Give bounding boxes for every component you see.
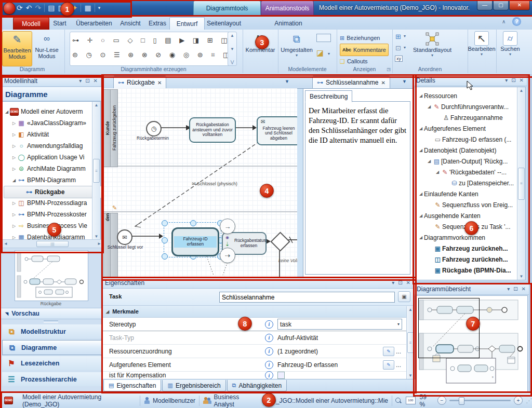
task-fahrzeug-leeren[interactable]: ✉ Fahrzeug leeren und Schlüssel abgeben <box>257 116 297 145</box>
more-button[interactable]: ... <box>396 361 401 369</box>
details-item-daten-output[interactable]: ◢ ▤ [Daten-Output] 'Rückg... <box>415 156 522 167</box>
tab-schluesselannahme[interactable]: ⊶ Schlüsselannahme ✕ <box>312 76 390 89</box>
report-icon[interactable]: ▦ <box>84 4 91 11</box>
scroll-down-icon[interactable]: ▼ <box>95 234 99 239</box>
selection-handle[interactable] <box>162 237 168 243</box>
selection-handle[interactable] <box>190 220 196 226</box>
details-vertical-scrollbar[interactable]: ▲ ≡ ▼ <box>517 87 525 280</box>
scrollbar-thumb[interactable]: |||| <box>36 241 69 247</box>
palette-more-icon[interactable]: ⋁ <box>231 60 234 64</box>
paint-dropdown-icon[interactable]: ▾ <box>328 51 330 56</box>
shape-palette-row-2[interactable]: ⊜ ◷ ⊙ ☰ ⊛ ⊗ ⊘ ◉ ◎ ⊚ ⌗ ◫ ▭ <box>72 48 228 62</box>
status-selection-path[interactable]: mo_JGO::Modell einer Autovermietung::Mie… <box>267 397 388 404</box>
info-icon[interactable]: i <box>265 334 273 342</box>
contexttab-diagrammtools[interactable]: Diagrammtools <box>193 1 261 16</box>
info-icon[interactable]: i <box>265 371 273 379</box>
beziehungen-toggle[interactable]: ⊞ Beziehungen <box>340 32 380 44</box>
umgestalten-button[interactable]: ⧉ Umgestalten ▾ <box>282 31 311 65</box>
properties-vertical-scrollbar[interactable]: ▲ ≡ ▼ <box>406 306 414 379</box>
tab-seitenlayout[interactable]: Seitenlayout <box>202 17 246 30</box>
dialog-launcher-icon[interactable]: ◳ <box>387 67 391 72</box>
minimize-button[interactable]: — <box>477 0 493 10</box>
task-rueckgabestation[interactable]: Rückgabestation ansteuern und zuvor voll… <box>189 117 236 143</box>
status-user[interactable]: Modellbenutzer <box>153 397 195 404</box>
scroll-left-icon[interactable]: ◄ <box>4 241 8 246</box>
palette-scroll-up-icon[interactable]: ▲ <box>230 33 234 38</box>
info-icon[interactable]: i <box>265 347 273 356</box>
pin-icon[interactable]: ⊡ <box>511 77 515 83</box>
zoom-track[interactable] <box>449 400 511 401</box>
tree-horizontal-scrollbar[interactable]: ◄ |||| ► <box>2 239 103 248</box>
details-item-fahrzeug-zurueckneh-2[interactable]: ◫ Fahrzeug zurückneh... <box>415 254 529 265</box>
nur-lese-modus-button[interactable]: ∞ Nur-Lese Modus <box>32 31 61 65</box>
panel-close-icon[interactable]: ✕ <box>522 286 526 292</box>
tab-close-icon[interactable]: ✕ <box>157 80 162 86</box>
sync-icon[interactable]: ⟳ <box>17 4 23 11</box>
scroll-down-icon[interactable]: ▼ <box>520 274 524 279</box>
expander-icon[interactable]: ▷ <box>11 155 17 160</box>
tab-extras[interactable]: Extras <box>143 17 171 30</box>
expander-icon[interactable]: ◢ <box>426 159 432 164</box>
details-item-datenobjekt[interactable]: ◢ Datenobjekt (Datenobjekt) <box>415 145 514 156</box>
expander-icon[interactable]: ◢ <box>418 235 424 240</box>
tab-modell[interactable]: Modell <box>13 17 49 31</box>
ribbon-collapse-icon[interactable]: ∧ <box>502 19 506 24</box>
tree-item-bpmn-prozesskosten[interactable]: ▷ ⊶ BPMN-Prozesskoster <box>3 209 99 220</box>
sidebar-item-diagramme[interactable]: ⧉ Diagramme <box>2 340 109 355</box>
details-item-zu-datenspeicher[interactable]: ⛁ zu [Datenspeicher... <box>415 178 532 188</box>
sidebar-item-prozesshierarchie[interactable]: ☰ Prozesshierarchie <box>2 372 108 386</box>
start-event-schluessel-liegt-vor[interactable]: ✉ <box>117 229 132 245</box>
overview-thumbnail[interactable]: ≡ <box>415 295 528 392</box>
tab-beschreibung[interactable]: Beschreibung <box>305 90 352 102</box>
tab-list-dropdown-icon[interactable]: ▼ <box>285 79 289 84</box>
expander-icon[interactable]: ▷ <box>11 201 17 206</box>
zoom-in-button[interactable]: + <box>514 396 523 405</box>
tab-start[interactable]: Start <box>47 17 73 30</box>
bearbeiten-modus-button[interactable]: ✎ Bearbeiten Modus <box>2 31 32 66</box>
pin-icon[interactable]: ⊡ <box>398 280 402 285</box>
stereotyp-combobox[interactable]: task ▾ <box>277 319 402 330</box>
tree-item-anwendungsfall[interactable]: ▷ ○ Anwendungsfalldiag <box>3 140 99 152</box>
pin-icon[interactable]: ⊡ <box>85 78 89 84</box>
scroll-up-icon[interactable]: ▲ <box>95 103 99 107</box>
zoom-out-button[interactable]: − <box>437 396 446 405</box>
details-item-sequenzfluss-von[interactable]: ✎ Sequenzfluss von Ereig... <box>415 199 529 210</box>
kompensation-checkbox[interactable] <box>277 372 285 379</box>
tree-item-aktivitaet[interactable]: ▷ ◧ Aktivität <box>3 129 99 140</box>
beschreibung-text[interactable]: Der Mitarbeiter erfasst die Fahrzeug-ID.… <box>305 101 410 275</box>
vorschau-header[interactable]: ◥ Vorschau <box>1 308 109 319</box>
align-dropdown-icon[interactable]: ▾ <box>404 34 406 38</box>
scroll-down-icon[interactable]: ▼ <box>408 373 413 378</box>
xy-position-icon[interactable]: xy <box>395 56 403 62</box>
lane-header-fahrzeug-zurueckgeben[interactable]: Fahrzeug zurückgeben <box>110 89 118 167</box>
panel-close-icon[interactable]: ✕ <box>520 77 524 83</box>
scroll-right-icon[interactable]: ► <box>97 241 101 246</box>
undo-icon[interactable]: ↶ <box>26 4 32 11</box>
maximize-button[interactable]: ▢ <box>493 0 509 10</box>
tab-abhaengigkeiten[interactable]: ⧉ Abhängigkeiten <box>227 380 287 391</box>
expander-icon[interactable]: ▷ <box>11 212 17 217</box>
expander-icon[interactable]: ◢ <box>418 213 424 218</box>
distribute-dropdown-icon[interactable]: ▾ <box>404 45 406 50</box>
edit-assignment-button[interactable]: ✎ ... <box>383 347 401 356</box>
palette-scroll-down-icon[interactable]: ▼ <box>230 47 234 51</box>
shape-palette-row-1[interactable]: ⊶ ✛ ○ ▭ ◇ □ ▯ ▤ ▶ ◨ ⊞ ◫ ⛁ <box>72 33 228 48</box>
tree-item-bpmn-prozessdiagramm[interactable]: ▷ ◫ BPMN-Prozessdiagra <box>3 197 99 209</box>
kommentare-toggle[interactable]: Abc Kommentare <box>340 44 389 56</box>
expander-icon[interactable]: ◢ <box>434 170 441 174</box>
element-style-button[interactable] <box>316 34 331 42</box>
selection-handle[interactable] <box>162 253 168 260</box>
standardlayout-button[interactable]: Standardlayout ▾ <box>413 31 451 65</box>
details-item-rueckgabedaten[interactable]: ◢ ✎ 'Rückgabedaten' --... <box>415 167 530 178</box>
details-item-durchfuehrungsverantw[interactable]: ◢ ✎ Durchführungsverantw... <box>415 101 522 112</box>
scrollbar-thumb[interactable]: ≡ <box>93 159 100 183</box>
callouts-toggle[interactable]: ❑ Callouts <box>340 56 368 67</box>
sidebar-splitter[interactable] <box>1 319 101 323</box>
distribute-icon[interactable]: ⊡ <box>395 44 401 52</box>
details-item-fahrzeug-id-erfassen[interactable]: ▭ Fahrzeug-ID erfassen (... <box>415 134 529 145</box>
details-item-fahrzeug-zurueckneh-1[interactable]: ▣ Fahrzeug zurückneh... <box>415 243 529 254</box>
info-icon[interactable]: i <box>265 361 273 369</box>
help-icon[interactable]: ? <box>512 17 521 26</box>
palette-scrollbar[interactable]: ▲ ▼ ⋁ <box>228 32 237 66</box>
tab-entwurf[interactable]: Entwurf <box>169 17 205 30</box>
